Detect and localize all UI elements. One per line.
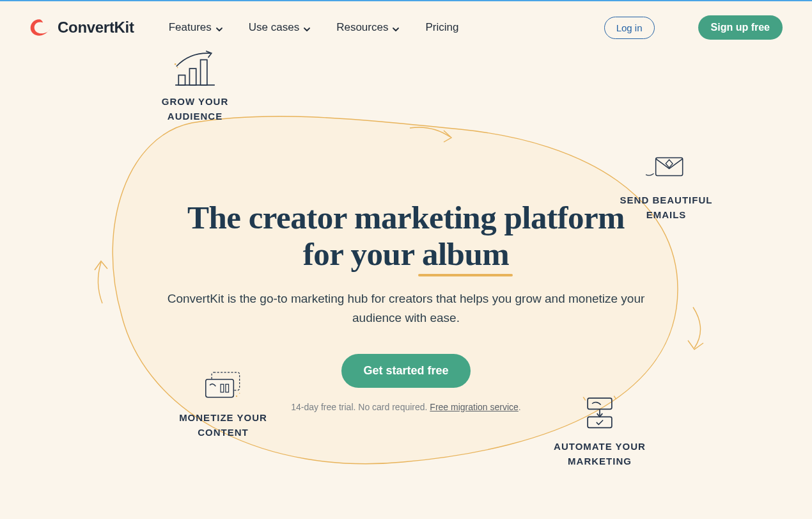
feature-grow: GROW YOUR AUDIENCE	[144, 50, 246, 124]
get-started-button[interactable]: Get started free	[341, 354, 470, 388]
nav-item-label: Resources	[336, 21, 388, 34]
chevron-down-icon	[392, 24, 400, 31]
top-nav: ConvertKit Features Use cases Resources …	[0, 1, 812, 40]
feature-label: MONETIZE YOUR CONTENT	[162, 411, 284, 440]
svg-rect-6	[656, 157, 683, 175]
headline-rotating-word: album	[422, 236, 509, 273]
feature-label: GROW YOUR AUDIENCE	[144, 95, 246, 124]
login-button[interactable]: Log in	[604, 17, 655, 39]
svg-point-5	[177, 67, 178, 68]
nav-item-label: Use cases	[249, 21, 299, 34]
chevron-down-icon	[303, 24, 311, 31]
nav-item-features[interactable]: Features	[169, 21, 223, 34]
cta-row: Get started free	[163, 354, 649, 388]
page-subheadline: ConvertKit is the go-to marketing hub fo…	[163, 289, 649, 327]
headline-static: The creator marketing platform for your	[187, 200, 625, 272]
brand-name: ConvertKit	[58, 19, 134, 36]
svg-rect-1	[178, 75, 185, 84]
svg-rect-2	[189, 68, 196, 85]
feature-label: AUTOMATE YOUR MARKETING	[542, 440, 657, 468]
bar-chart-icon	[173, 50, 217, 88]
signup-button[interactable]: Sign up free	[698, 15, 783, 40]
svg-point-4	[175, 63, 176, 65]
svg-rect-3	[201, 60, 207, 84]
trial-suffix: .	[519, 402, 521, 412]
hero-section: GROW YOUR AUDIENCE SEND BEAUTIFUL EMAILS…	[0, 40, 812, 494]
hero-content: The creator marketing platform for your …	[163, 200, 649, 412]
migration-link[interactable]: Free migration service	[430, 402, 519, 412]
chevron-down-icon	[215, 24, 223, 31]
nav-links: Features Use cases Resources Pricing	[169, 21, 459, 34]
envelope-icon	[644, 148, 689, 187]
page-headline: The creator marketing platform for your …	[163, 200, 649, 273]
trial-note: 14-day free trial. No card required. Fre…	[163, 402, 649, 412]
nav-item-usecases[interactable]: Use cases	[249, 21, 311, 34]
trial-text: 14-day free trial. No card required.	[291, 402, 430, 412]
svg-rect-15	[588, 417, 612, 427]
brand-logo[interactable]: ConvertKit	[29, 18, 134, 37]
arrow-icon	[407, 122, 458, 147]
arrow-icon	[87, 257, 113, 308]
nav-item-resources[interactable]: Resources	[336, 21, 400, 34]
arrow-icon	[682, 303, 714, 355]
nav-item-label: Features	[169, 21, 212, 34]
nav-item-label: Pricing	[425, 21, 458, 34]
logo-icon	[29, 18, 51, 37]
nav-item-pricing[interactable]: Pricing	[425, 21, 458, 34]
